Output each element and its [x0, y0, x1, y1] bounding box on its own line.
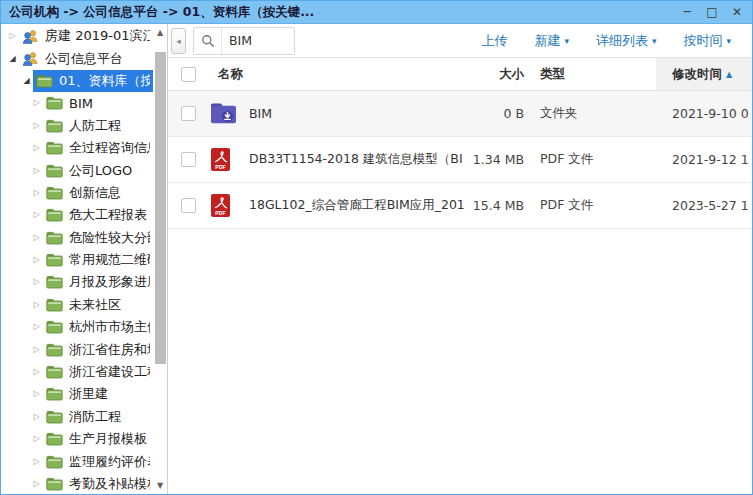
tree-collapsed-icon[interactable]: ▷ [30, 167, 43, 175]
toolbar-links: 上传新建▾详细列表▾按时间▾ [481, 32, 731, 50]
sidebar-item-label: 月报及形象进度报 [69, 273, 150, 291]
sidebar-item[interactable]: ▷监理履约评价表 [1, 450, 153, 472]
chevron-down-icon: ▾ [564, 37, 569, 46]
folder-icon [46, 410, 64, 424]
tree-collapsed-icon[interactable]: ▷ [30, 413, 43, 421]
column-header-type[interactable]: 类型 [524, 58, 656, 90]
tree-collapsed-icon[interactable]: ▷ [30, 368, 43, 376]
scroll-up-icon[interactable]: ▲ [157, 29, 163, 37]
maximize-icon[interactable]: □ [706, 6, 718, 18]
tree-collapsed-icon[interactable]: ▷ [30, 278, 43, 286]
sidebar-item[interactable]: ▷危险性较大分部分 [1, 227, 153, 249]
tree-collapsed-icon[interactable]: ▷ [30, 234, 43, 242]
row-checkbox[interactable] [181, 106, 196, 121]
svg-text:PDF: PDF [215, 164, 225, 170]
scrollbar-thumb[interactable] [155, 52, 166, 364]
tree-collapsed-icon[interactable]: ▷ [30, 122, 43, 130]
sidebar-item-label: 监理履约评价表 [69, 453, 150, 471]
sidebar-item[interactable]: ◢公司信息平台 [1, 47, 153, 69]
sidebar-item[interactable]: ▷浙江省住房和城乡 [1, 338, 153, 360]
sidebar-item[interactable]: ▷考勤及补贴模板 [1, 473, 153, 494]
sidebar-item-label: 公司信息平台 [45, 50, 123, 68]
sidebar-item[interactable]: ▷浙里建 [1, 383, 153, 405]
sidebar-item[interactable]: ▷BIM [1, 92, 153, 114]
tree-collapsed-icon[interactable]: ▷ [30, 256, 43, 264]
sidebar-item[interactable]: ▷危大工程报表 [1, 204, 153, 226]
tree-collapsed-icon[interactable]: ▷ [30, 301, 43, 309]
folder-icon [46, 231, 64, 245]
close-icon[interactable]: ✕ [731, 6, 743, 18]
file-name[interactable]: DB33T1154-2018 建筑信息模型（BI [249, 151, 463, 168]
file-type: 文件夹 [524, 105, 656, 122]
folder-icon [46, 208, 64, 222]
sidebar-item-label: 危大工程报表 [69, 206, 147, 224]
sidebar-item-label: 全过程咨询信息 [69, 139, 150, 157]
new-button[interactable]: 新建▾ [534, 32, 569, 50]
scroll-down-icon[interactable]: ▼ [157, 482, 163, 490]
tree-collapsed-icon[interactable]: ▷ [30, 189, 43, 197]
sidebar-collapse-button[interactable]: ◂ [171, 28, 186, 54]
folder-icon [46, 186, 64, 200]
sidebar-scrollbar[interactable]: ▲ ▼ [153, 24, 167, 494]
sidebar-item[interactable]: ▷消防工程 [1, 406, 153, 428]
tree-collapsed-icon[interactable]: ▷ [30, 211, 43, 219]
sidebar-item[interactable]: ▷常用规范二维码目 [1, 249, 153, 271]
table-row[interactable]: PDFDB33T1154-2018 建筑信息模型（BI1.34 MBPDF 文件… [168, 137, 752, 183]
sidebar-item[interactable]: ▷杭州市市场主体信 [1, 316, 153, 338]
search-icon[interactable] [194, 28, 222, 54]
folder-icon [46, 365, 64, 379]
sidebar-item[interactable]: ▷浙江省建设工程监 [1, 361, 153, 383]
folder-icon [46, 477, 64, 491]
search-box[interactable] [193, 27, 295, 55]
sidebar-item-label: 房建 2019-01滨江区 [45, 27, 150, 45]
minimize-icon[interactable]: ─ [681, 6, 693, 18]
folder-icon [46, 141, 64, 155]
sidebar-item[interactable]: ▷公司LOGO [1, 159, 153, 181]
file-name[interactable]: 18GL102_综合管廊工程BIM应用_2018. [249, 197, 464, 214]
breadcrumb-title: 公司机构 -> 公司信息平台 -> 01、资料库（按关键... [9, 4, 314, 21]
sidebar-item-label: 生产月报模板 [69, 430, 147, 448]
sidebar-item-label: 浙江省住房和城乡 [69, 341, 150, 359]
tree-collapsed-icon[interactable]: ▷ [30, 435, 43, 443]
folder-icon [46, 164, 64, 178]
table-row[interactable]: BIM0 B文件夹2021-9-10 0 [168, 91, 752, 137]
select-all-checkbox[interactable] [181, 67, 196, 82]
main-panel: ◂ 上传新建▾详细列表▾按时间▾ [168, 24, 752, 494]
upload-button[interactable]: 上传 [481, 32, 507, 50]
title-bar: 公司机构 -> 公司信息平台 -> 01、资料库（按关键... ─ □ ✕ [1, 1, 752, 24]
file-name[interactable]: BIM [249, 106, 272, 121]
tree-collapsed-icon[interactable]: ▷ [30, 346, 43, 354]
sidebar-item[interactable]: ▷生产月报模板 [1, 428, 153, 450]
tree-collapsed-icon[interactable]: ▷ [30, 458, 43, 466]
sidebar-item-label: 人防工程 [69, 117, 121, 135]
folder-icon [46, 298, 64, 312]
search-input[interactable] [222, 33, 294, 48]
tree-collapsed-icon[interactable]: ▷ [30, 390, 43, 398]
tree-collapsed-icon[interactable]: ▷ [30, 99, 43, 107]
sidebar-item[interactable]: ▷全过程咨询信息 [1, 137, 153, 159]
row-checkbox[interactable] [181, 152, 196, 167]
tree-collapsed-icon[interactable]: ▷ [30, 323, 43, 331]
detail-list-button[interactable]: 详细列表▾ [596, 32, 657, 50]
sidebar-item[interactable]: ▷月报及形象进度报 [1, 271, 153, 293]
sidebar-item[interactable]: ▷创新信息 [1, 182, 153, 204]
sidebar-item-label: 01、资料库（按关 [59, 72, 150, 90]
sort-by-time-button[interactable]: 按时间▾ [683, 32, 731, 50]
tree-collapsed-icon[interactable]: ▷ [6, 32, 19, 40]
sidebar-item[interactable]: ◢01、资料库（按关 [1, 70, 153, 92]
tree-expanded-icon[interactable]: ◢ [6, 55, 19, 63]
column-header-modified[interactable]: 修改时间 ▲ [656, 58, 752, 90]
table-row[interactable]: PDF18GL102_综合管廊工程BIM应用_2018.15.4 MBPDF 文… [168, 183, 752, 229]
column-header-size[interactable]: 大小 [464, 58, 524, 90]
folder-icon [36, 74, 54, 88]
tree-collapsed-icon[interactable]: ▷ [30, 144, 43, 152]
folder-icon [46, 275, 64, 289]
tree-expanded-icon[interactable]: ◢ [20, 77, 33, 85]
sidebar-item[interactable]: ▷人防工程 [1, 115, 153, 137]
sidebar-item[interactable]: ▷房建 2019-01滨江区 [1, 25, 153, 47]
column-header-name[interactable]: 名称 [208, 58, 464, 90]
sidebar-item[interactable]: ▷未来社区 [1, 294, 153, 316]
folder-icon [46, 343, 64, 357]
tree-collapsed-icon[interactable]: ▷ [30, 480, 43, 488]
row-checkbox[interactable] [181, 198, 196, 213]
